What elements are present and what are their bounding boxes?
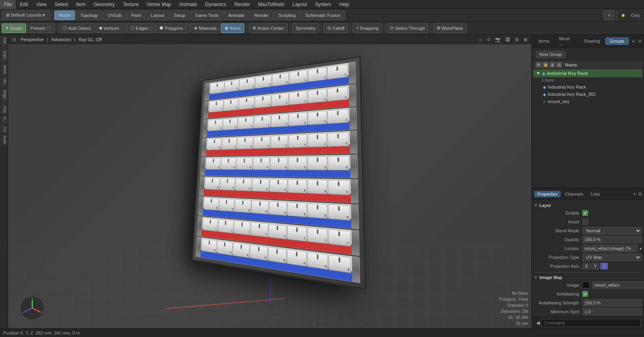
edges-btn[interactable]: ⬡ Edges 2 [127, 23, 155, 33]
menu-geometry[interactable]: Geometry [90, 0, 119, 9]
sculpt-btn[interactable]: ✦ Sculpt [2, 23, 26, 33]
tab-model[interactable]: Model [54, 10, 75, 20]
key-rack-object[interactable]: 1 1 1 1 1 1 1 1 [185, 64, 354, 268]
tab-paint[interactable]: Paint [127, 10, 146, 20]
tab-animate[interactable]: Animate [224, 10, 249, 20]
axis-z-btn[interactable]: Z [601, 263, 608, 269]
tree-child-2[interactable]: ◆ Industrial Key Rack_001 [533, 91, 642, 98]
viewport[interactable]: ☰ Perspective | Advanced | Ray GL: Off ⌂… [8, 35, 531, 328]
menu-vertex-map[interactable]: Vertex Map [143, 0, 175, 9]
pp-expand-btn[interactable]: ⊟ [638, 192, 642, 196]
rp-tab-mesh[interactable]: Mesh ... [555, 35, 578, 47]
3d-scene[interactable]: 1 1 1 1 1 1 1 1 [8, 44, 531, 328]
ls-dupl[interactable]: Dupl... [0, 49, 8, 63]
axis-y-btn[interactable]: Y [591, 263, 599, 269]
rp-tab-items[interactable]: Items [534, 37, 554, 45]
ls-edge[interactable]: Edge... [0, 89, 8, 103]
locator-dropdown-icon[interactable]: ▾ [639, 246, 642, 251]
wire-icon[interactable]: ⊞ [556, 62, 562, 68]
tab-uvedit[interactable]: UVEdit [103, 10, 126, 20]
vertices-btn[interactable]: ◆ Vertices 1 [95, 23, 126, 33]
tree-child-3[interactable]: ✔ mount_key [533, 98, 642, 105]
menu-texture[interactable]: Texture [119, 0, 142, 9]
menu-render[interactable]: Render [230, 0, 254, 9]
ls-fuse[interactable]: Fuse [0, 134, 8, 145]
image-input[interactable] [592, 281, 644, 289]
image-map-section-header[interactable]: ▼ Image Map [534, 274, 642, 281]
actioncenter-btn[interactable]: ⊕ Action Center [249, 23, 288, 33]
polygons-btn[interactable]: ⬟ Polygons 3 [156, 23, 190, 33]
ls-uv[interactable]: UV [0, 125, 8, 134]
workplane-btn[interactable]: ⊞ WorkPlane [433, 23, 467, 33]
menu-animate[interactable]: Animate [175, 0, 201, 9]
new-group-button[interactable]: New Group [536, 51, 566, 58]
ls-mesh[interactable]: Mesh [0, 64, 8, 76]
pp-tab-properties[interactable]: Properties [534, 191, 561, 197]
ls-g[interactable]: G... [0, 115, 8, 124]
vp-home-icon[interactable]: ⌂ [478, 37, 483, 42]
antialiasing-strength-input[interactable] [582, 299, 642, 306]
image-swatch[interactable] [582, 281, 590, 289]
rp-add-btn[interactable]: + [630, 38, 638, 44]
enable-checkbox[interactable]: ✔ [582, 210, 588, 216]
blend-mode-select[interactable]: Normal [582, 227, 642, 234]
menu-system[interactable]: System [311, 0, 335, 9]
presets-btn[interactable]: Presets F6 [27, 23, 55, 33]
tab-layout[interactable]: Layout [147, 10, 169, 20]
ls-poly[interactable]: Poly [0, 104, 8, 115]
lock-icon[interactable]: 🔒 [543, 62, 548, 68]
vp-reset-icon[interactable]: ↺ [486, 37, 491, 42]
tab-gametools[interactable]: Game Tools [191, 10, 223, 20]
ls-ver[interactable]: Ver... [0, 76, 8, 88]
tab-setup[interactable]: Setup [169, 10, 190, 20]
menu-view[interactable]: View [32, 0, 51, 9]
menu-dynamics[interactable]: Dynamics [201, 0, 230, 9]
menu-file[interactable]: File [0, 0, 16, 9]
tab-topology[interactable]: Topology [76, 10, 102, 20]
locator-input[interactable] [582, 245, 638, 252]
cmd-collapse-arrow[interactable]: ◀ [535, 320, 541, 326]
tree-child-1[interactable]: ◆ Industrial Key Rack [533, 83, 642, 91]
vp-cam-icon[interactable]: 📷 [494, 37, 502, 42]
pp-tab-channels[interactable]: Channels [561, 191, 586, 197]
rp-tab-groups[interactable]: Groups [605, 37, 629, 45]
layer-section-header[interactable]: ▼ Layer [534, 202, 642, 209]
menu-help[interactable]: Help [335, 0, 353, 9]
invert-checkbox[interactable] [582, 219, 588, 225]
menu-layout[interactable]: Layout [289, 0, 311, 9]
menu-edit[interactable]: Edit [16, 0, 32, 9]
falloff-btn[interactable]: ◎ Falloff [324, 23, 348, 33]
tab-render[interactable]: Render [250, 10, 273, 20]
pp-tab-lists[interactable]: Lists [588, 191, 603, 197]
tab-schematic[interactable]: Schematic Fusion [301, 10, 345, 20]
ls-def[interactable]: Def... [0, 36, 8, 48]
symmetry-btn[interactable]: Symmetry [292, 23, 320, 33]
antialiasing-checkbox[interactable]: ✔ [582, 291, 588, 297]
layouts-dropdown[interactable]: ⊞ Default Layouts ▾ [2, 10, 50, 20]
visibility-icon[interactable]: 👁 [536, 62, 541, 68]
vp-render-icon[interactable]: 🖼 [505, 37, 511, 42]
selectthrough-btn[interactable]: ⊙ Select Through [386, 23, 428, 33]
autoselect-btn[interactable]: ⬡ Auto Select [60, 23, 95, 33]
opacity-input[interactable] [582, 236, 642, 243]
add-tab-btn[interactable]: + [603, 10, 615, 20]
rp-tab-shading[interactable]: Shading [579, 37, 604, 45]
pp-add-btn[interactable]: + [633, 191, 636, 197]
tab-scripting[interactable]: Scripting [274, 10, 300, 20]
projection-type-select[interactable]: UV Map [582, 254, 642, 261]
cmd-input[interactable] [541, 319, 641, 327]
menu-select[interactable]: Select [51, 0, 72, 9]
tree-root-item[interactable]: ▼ ◆ Industrial Key Rack [533, 69, 642, 77]
star-icon[interactable]: ★ [619, 12, 627, 19]
menu-maxtomodo[interactable]: MaxToModo [254, 0, 288, 9]
items-btn[interactable]: ◉ Items [221, 23, 244, 33]
render-icon[interactable]: ◈ [549, 62, 555, 68]
menu-item[interactable]: Item [72, 0, 89, 9]
vp-menu-btn[interactable]: ☰ [11, 37, 17, 42]
rp-expand-icon[interactable]: ⊟ [638, 39, 642, 43]
materials-btn[interactable]: ◈ Materials [190, 23, 220, 33]
minimum-spot-input[interactable] [582, 308, 642, 315]
vp-settings-icon[interactable]: ⚙ [514, 37, 520, 42]
snapping-btn[interactable]: ⌖ Snapping [353, 23, 382, 33]
axis-x-btn[interactable]: X [582, 263, 590, 269]
